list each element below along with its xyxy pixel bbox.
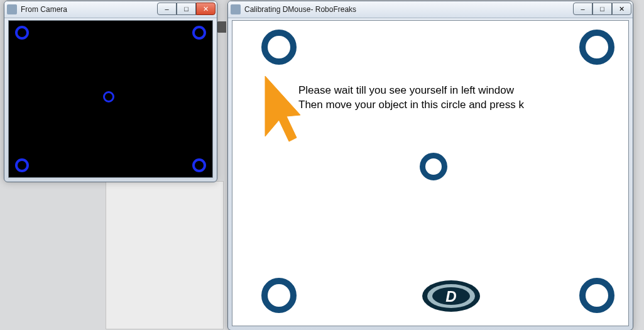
camera-title-text: From Camera [21, 5, 67, 14]
close-icon: ✕ [203, 6, 209, 13]
dmouse-logo: D [421, 279, 481, 313]
instruction-line1: Please wait till you see yourself in lef… [298, 84, 514, 96]
calibration-target-center [420, 153, 447, 180]
calibration-target-bottom-left [261, 278, 297, 313]
calibration-dot-top-right [192, 26, 206, 40]
calibration-target-top-right [579, 30, 614, 65]
close-icon: ✕ [619, 6, 625, 13]
maximize-icon: □ [184, 6, 188, 13]
calibration-window: Calibrating DMouse- RoboFreaks – □ ✕ Ple [227, 1, 633, 330]
camera-viewport [8, 20, 213, 178]
calibration-titlebar[interactable]: Calibrating DMouse- RoboFreaks – □ ✕ [228, 1, 633, 18]
instruction-text: Please wait till you see yourself in lef… [298, 84, 616, 113]
camera-window-controls: – □ ✕ [157, 3, 216, 15]
minimize-button[interactable]: – [157, 3, 177, 15]
maximize-button[interactable]: □ [592, 3, 612, 15]
background-panel [106, 181, 224, 329]
minimize-icon: – [581, 6, 584, 13]
calibration-dot-bottom-right [192, 158, 206, 172]
calibration-window-controls: – □ ✕ [573, 3, 631, 15]
camera-titlebar[interactable]: From Camera – □ ✕ [4, 1, 217, 18]
camera-window: From Camera – □ ✕ [4, 1, 217, 182]
calibration-target-bottom-right [579, 278, 614, 313]
calibration-target-top-left [261, 30, 297, 65]
instruction-line2: Then move your object in this circle and… [298, 99, 524, 111]
calibration-dot-top-left [15, 26, 29, 40]
app-icon [231, 4, 241, 14]
minimize-icon: – [165, 6, 168, 13]
app-icon [7, 4, 17, 14]
minimize-button[interactable]: – [573, 3, 592, 15]
desktop: From Camera – □ ✕ Calibr [0, 0, 644, 330]
calibration-dot-bottom-left [15, 158, 29, 172]
background-tab-fragment [217, 21, 226, 33]
close-button[interactable]: ✕ [196, 3, 216, 15]
logo-letter: D [445, 288, 456, 305]
calibration-canvas: Please wait till you see yourself in lef… [232, 20, 629, 326]
maximize-icon: □ [600, 6, 604, 13]
maximize-button[interactable]: □ [177, 3, 196, 15]
calibration-dot-center [103, 91, 114, 102]
close-button[interactable]: ✕ [612, 3, 631, 15]
calibration-title-text: Calibrating DMouse- RoboFreaks [244, 5, 356, 14]
cursor-arrow-icon [258, 71, 302, 146]
